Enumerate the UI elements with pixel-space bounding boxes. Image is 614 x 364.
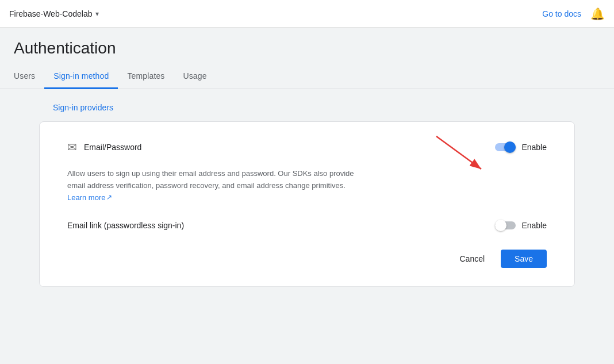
email-password-toggle-group: Enable (495, 141, 547, 153)
tab-templates[interactable]: Templates (118, 64, 174, 89)
email-password-label: Email/Password (84, 143, 141, 152)
email-link-row: Email link (passwordless sign-in) Enable (67, 220, 547, 231)
toggle-thumb-off (495, 220, 506, 231)
email-link-toggle[interactable] (495, 220, 516, 231)
email-password-row: ✉ Email/Password Enable (67, 140, 547, 154)
email-link-toggle-group: Enable (495, 220, 547, 231)
toggle-thumb (504, 141, 516, 153)
email-password-description: Allow users to sign up using their email… (67, 168, 366, 204)
page-header: Authentication (0, 28, 614, 58)
learn-more-link[interactable]: Learn more ↗ (67, 192, 112, 204)
top-nav-bar: Firebase-Web-Codelab ▾ Go to docs 🔔 (0, 0, 614, 28)
main-content: Sign-in providers ✉ Email/Password (0, 89, 614, 301)
tab-signin-method[interactable]: Sign-in method (44, 64, 118, 89)
top-bar-actions: Go to docs 🔔 (542, 7, 605, 21)
email-password-enable-label: Enable (521, 143, 547, 152)
providers-card: ✉ Email/Password Enable Allow users to s… (39, 121, 575, 287)
page-title: Authentication (14, 39, 600, 58)
email-link-enable-label: Enable (521, 221, 547, 230)
external-link-icon: ↗ (106, 192, 112, 203)
tab-usage[interactable]: Usage (174, 64, 216, 89)
project-selector[interactable]: Firebase-Web-Codelab ▾ (9, 9, 99, 18)
cancel-button[interactable]: Cancel (450, 250, 494, 268)
project-dropdown-icon: ▾ (95, 10, 99, 18)
action-buttons: Cancel Save (67, 250, 547, 268)
tabs-bar: Users Sign-in method Templates Usage (0, 64, 614, 89)
tab-users[interactable]: Users (14, 64, 44, 89)
notification-bell-icon[interactable]: 🔔 (590, 7, 605, 21)
section-label: Sign-in providers (14, 103, 600, 112)
email-password-toggle[interactable] (495, 141, 516, 153)
save-button[interactable]: Save (501, 250, 547, 268)
goto-docs-link[interactable]: Go to docs (542, 9, 581, 18)
email-icon: ✉ (67, 140, 77, 154)
email-password-label-group: ✉ Email/Password (67, 140, 141, 154)
email-link-label: Email link (passwordless sign-in) (67, 221, 184, 230)
project-name: Firebase-Web-Codelab (9, 9, 92, 18)
